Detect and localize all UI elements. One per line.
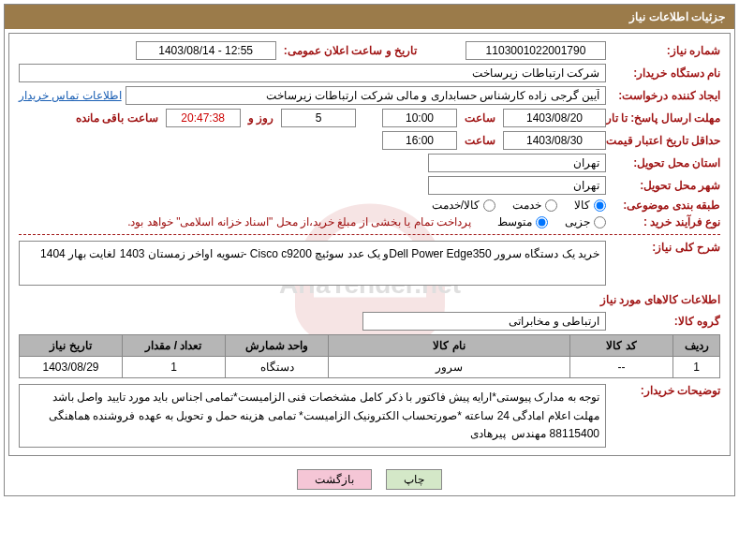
- summary-label: شرح کلی نیاز:: [610, 241, 720, 254]
- purchase-type-label: نوع فرآیند خرید :: [610, 215, 720, 228]
- radio-medium-input[interactable]: [536, 216, 548, 228]
- radio-service[interactable]: خدمت: [512, 199, 557, 212]
- radio-medium[interactable]: متوسط: [497, 215, 548, 228]
- subject-class-group: کالا خدمت کالا/خدمت: [432, 199, 606, 212]
- deadline-send-label: مهلت ارسال پاسخ: تا تاریخ:: [610, 111, 720, 125]
- radio-minor[interactable]: جزیی: [565, 215, 606, 228]
- purchase-type-group: جزیی متوسط: [497, 215, 606, 228]
- radio-goods-input[interactable]: [594, 199, 606, 212]
- radio-minor-input[interactable]: [594, 216, 606, 228]
- goods-info-title: اطلاعات کالاهای مورد نیاز: [19, 293, 720, 306]
- buyer-org-label: نام دستگاه خریدار:: [610, 66, 720, 80]
- summary-text[interactable]: [19, 241, 606, 286]
- goods-group-field[interactable]: [362, 312, 606, 331]
- city-label: شهر محل تحویل:: [610, 179, 720, 192]
- panel-title: جزئیات اطلاعات نیاز: [629, 10, 725, 23]
- announce-label: تاریخ و ساعت اعلان عمومی:: [284, 44, 417, 57]
- th-qty: تعداد / مقدار: [123, 335, 226, 357]
- goods-group-label: گروه کالا:: [610, 315, 720, 328]
- th-date: تاریخ نیاز: [20, 335, 123, 357]
- separator-1: [19, 234, 720, 235]
- buyer-org-field[interactable]: [19, 64, 606, 82]
- form-body: شماره نیاز: تاریخ و ساعت اعلان عمومی: نا…: [8, 33, 731, 456]
- requester-label: ایجاد کننده درخواست:: [610, 89, 720, 102]
- need-number-field[interactable]: [466, 41, 606, 60]
- need-number-label: شماره نیاز:: [610, 44, 720, 57]
- city-field[interactable]: [428, 176, 606, 195]
- main-panel: جزئیات اطلاعات نیاز شماره نیاز: تاریخ و …: [4, 4, 735, 496]
- table-header-row: ردیف کد کالا نام کالا واحد شمارش تعداد /…: [20, 335, 720, 357]
- province-label: استان محل تحویل:: [610, 156, 720, 169]
- radio-goods[interactable]: کالا: [574, 199, 606, 212]
- goods-table: ردیف کد کالا نام کالا واحد شمارش تعداد /…: [19, 334, 720, 378]
- subject-class-label: طبقه بندی موضوعی:: [610, 199, 720, 212]
- cell-name: سرور: [329, 357, 570, 378]
- radio-goods-service-input[interactable]: [483, 199, 495, 212]
- deadline-send-time[interactable]: [382, 109, 457, 127]
- cell-qty: 1: [123, 357, 226, 378]
- deadline-days-label: روز و: [248, 111, 273, 125]
- table-row: 1 -- سرور دستگاه 1 1403/08/29: [20, 357, 720, 378]
- th-idx: ردیف: [673, 335, 720, 357]
- button-row: چاپ بازگشت: [5, 460, 734, 495]
- deadline-price-time[interactable]: [382, 131, 457, 150]
- th-unit: واحد شمارش: [226, 335, 329, 357]
- purchase-type-note: پرداخت تمام یا بخشی از مبلغ خرید،از محل …: [127, 215, 471, 228]
- cell-idx: 1: [673, 357, 720, 378]
- radio-service-input[interactable]: [545, 199, 557, 212]
- deadline-price-time-label: ساعت: [465, 134, 495, 147]
- cell-unit: دستگاه: [226, 357, 329, 378]
- th-code: کد کالا: [570, 335, 673, 357]
- print-button[interactable]: چاپ: [386, 469, 442, 490]
- deadline-remaining-label: ساعت باقی مانده: [76, 111, 158, 125]
- buyer-notes-text[interactable]: [19, 384, 606, 448]
- th-name: نام کالا: [329, 335, 570, 357]
- announce-field[interactable]: [136, 41, 276, 60]
- panel-header: جزئیات اطلاعات نیاز: [5, 5, 734, 29]
- radio-goods-service[interactable]: کالا/خدمت: [432, 199, 495, 212]
- back-button[interactable]: بازگشت: [297, 469, 372, 490]
- deadline-days[interactable]: [281, 109, 356, 127]
- deadline-send-date[interactable]: [503, 109, 606, 127]
- deadline-price-label: حداقل تاریخ اعتبار قیمت: تا تاریخ:: [610, 134, 720, 147]
- province-field[interactable]: [428, 154, 606, 172]
- cell-date: 1403/08/29: [20, 357, 123, 378]
- buyer-notes-label: توضیحات خریدار:: [610, 384, 720, 397]
- deadline-price-date[interactable]: [503, 131, 606, 150]
- requester-field[interactable]: [126, 86, 606, 105]
- deadline-send-time-label: ساعت: [465, 111, 495, 125]
- cell-code: --: [570, 357, 673, 378]
- buyer-contact-link[interactable]: اطلاعات تماس خریدار: [19, 89, 122, 102]
- deadline-countdown[interactable]: [166, 109, 241, 127]
